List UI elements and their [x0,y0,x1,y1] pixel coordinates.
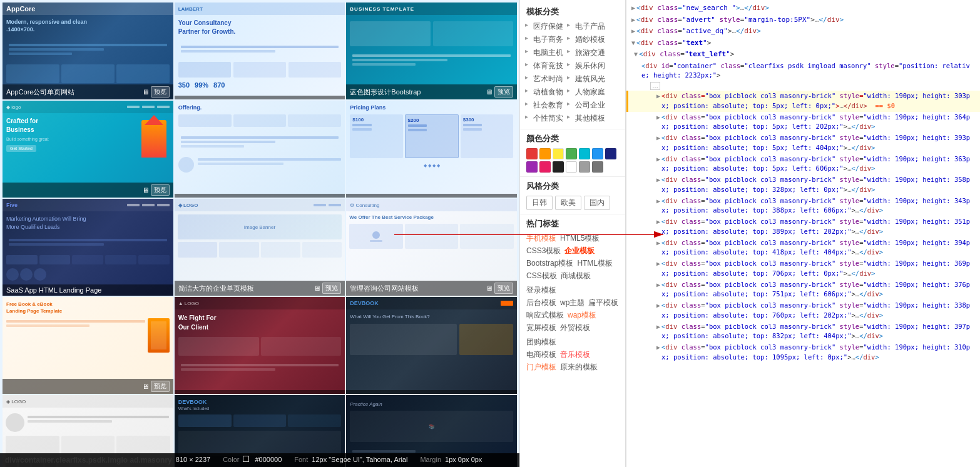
tag-login[interactable]: 登录模板 [526,285,556,296]
swatch-red[interactable] [526,148,538,159]
tag-responsive[interactable]: 响应式模板 [526,310,564,321]
code-line-5[interactable]: ▼ <div class="text_left"> [626,49,980,61]
template-item-2[interactable]: LAMBERT Your ConsultancyPartner for Grow… [175,3,345,99]
template-item-10[interactable]: Free Book & eBookLanding Page Template [3,297,173,394]
style-domestic[interactable]: 国内 [584,196,610,210]
preview-btn-9[interactable]: 预览 [494,283,513,294]
tag-portal[interactable]: 门户模板 [526,362,556,373]
swatch-orange[interactable] [539,148,551,159]
expand-arrow-18[interactable]: ▶ [656,301,660,310]
tag-shop[interactable]: 商城模板 [561,271,591,281]
expand-arrow-13[interactable]: ▶ [656,196,660,206]
swatch-dark-blue[interactable] [605,148,616,159]
code-line-10[interactable]: ▶ <div class="box picblock col3 masonry-… [626,133,980,154]
template-item-4[interactable]: ◆ logo Crafted forBusiness Build somethi… [3,101,173,198]
expand-arrow-9[interactable]: ▶ [656,113,660,122]
cat-sports[interactable]: 体育竞技 [533,61,563,71]
template-item-12[interactable]: DEVBOOK What Will You Get From This Book… [346,297,517,394]
code-line-18[interactable]: ▶ <div class="box picblock col3 masonry-… [626,300,980,321]
expand-arrow-16[interactable]: ▶ [656,259,660,268]
expand-arrow-8[interactable]: ▶ [656,91,660,101]
expand-arrow-20[interactable]: ▶ [656,343,660,352]
expand-arrow-1[interactable]: ▶ [631,3,635,13]
tag-css3[interactable]: CSS3模板 [526,246,561,256]
expand-arrow-2[interactable]: ▶ [631,15,635,24]
code-line-6[interactable]: <div id="container" class="clearfixs psd… [626,61,980,82]
code-line-17[interactable]: ▶ <div class="box picblock col3 masonry-… [626,279,980,301]
tag-ecommer[interactable]: 电商模板 [526,349,556,360]
tag-widescreen[interactable]: 宽屏模板 [526,323,556,333]
code-line-ellipsis[interactable]: … [626,81,980,91]
cat-electronics[interactable]: 电子产品 [575,21,605,32]
cat-entertainment[interactable]: 娱乐休闲 [575,61,605,71]
swatch-blue[interactable] [592,148,603,159]
swatch-gray[interactable] [579,161,590,173]
expand-arrow-15[interactable]: ▶ [656,238,660,248]
code-line-16[interactable]: ▶ <div class="box picblock col3 masonry-… [626,258,980,279]
swatch-yellow[interactable] [553,148,564,159]
cat-art[interactable]: 艺术时尚 [533,74,563,84]
template-item-6[interactable]: Pricing Plans $100 $200 [346,101,517,198]
swatch-green[interactable] [566,148,577,159]
code-line-20[interactable]: ▶ <div class="box picblock col3 masonry-… [626,342,980,363]
template-item-8[interactable]: ◆ LOGO Image Banner [175,199,345,296]
code-line-13[interactable]: ▶ <div class="box picblock col3 masonry-… [626,196,980,217]
cat-other[interactable]: 其他模板 [575,113,605,124]
code-line-3[interactable]: ▶ <div class="active_dq">…</div> [626,26,980,38]
cat-personal[interactable]: 个性简实 [533,113,563,124]
expand-arrow-11[interactable]: ▶ [656,154,660,164]
preview-btn-3[interactable]: 预览 [494,86,513,98]
expand-arrow-17[interactable]: ▶ [656,280,660,289]
tag-html[interactable]: HTML模板 [577,258,613,269]
style-japanese[interactable]: 日韩 [526,196,553,210]
preview-btn-10[interactable]: 预览 [151,381,170,392]
code-line-15[interactable]: ▶ <div class="box picblock col3 masonry-… [626,238,980,259]
code-line-9[interactable]: ▶ <div class="box picblock col3 masonry-… [626,112,980,133]
code-line-8[interactable]: ▶ <div class="box picblock col3 masonry-… [626,91,980,112]
swatch-black[interactable] [553,161,564,173]
template-item-7[interactable]: Five Marketing Automation Will BringMore… [3,199,173,296]
expand-arrow-4[interactable]: ▼ [631,38,635,48]
tag-bootstrap[interactable]: Bootstrap模板 [526,258,573,269]
code-line-14[interactable]: ▶ <div class="box picblock col3 masonry-… [626,216,980,238]
swatch-purple[interactable] [526,161,538,173]
ellipsis-button[interactable]: … [650,82,660,90]
swatch-cyan[interactable] [579,148,590,159]
tag-enterprise[interactable]: 企业模板 [564,246,595,256]
tag-music[interactable]: 音乐模板 [560,349,590,360]
code-line-12[interactable]: ▶ <div class="box picblock col3 masonry-… [626,174,980,196]
tag-flat[interactable]: 扁平模板 [588,298,618,308]
code-line-4[interactable]: ▼ <div class="text"> [626,38,980,49]
swatch-dark-gray[interactable] [592,161,603,173]
template-item-3[interactable]: BUSINESS TEMPLATE [346,3,517,99]
tag-original[interactable]: 原来的模板 [560,362,598,373]
expand-arrow-10[interactable]: ▶ [656,133,660,143]
tag-foreign[interactable]: 外贸模板 [560,323,590,333]
cat-animals[interactable]: 动植食物 [533,87,563,98]
cat-education[interactable]: 社会教育 [533,100,563,111]
code-view[interactable]: ▶ <div class="new_search ">…</div> ▶ <di… [626,0,980,467]
cat-medical[interactable]: 医疗保健 [533,21,563,32]
expand-arrow-14[interactable]: ▶ [656,217,660,226]
code-line-11[interactable]: ▶ <div class="box picblock col3 masonry-… [626,154,980,175]
cat-wedding[interactable]: 婚纱模板 [575,34,605,45]
tag-wap[interactable]: wap模板 [568,310,596,321]
cat-travel[interactable]: 旅游交通 [575,48,605,58]
expand-arrow-19[interactable]: ▶ [656,322,660,331]
tag-wp[interactable]: wp主题 [560,298,584,308]
expand-arrow-12[interactable]: ▶ [656,175,660,184]
template-item-5[interactable]: Offering. [175,101,345,198]
code-line-19[interactable]: ▶ <div class="box picblock col3 masonry-… [626,321,980,343]
preview-btn-8[interactable]: 预览 [322,283,341,294]
preview-btn-1[interactable]: 预览 [151,86,170,98]
expand-arrow-3[interactable]: ▶ [631,26,635,36]
tag-css[interactable]: CSS模板 [526,271,557,281]
cat-computer[interactable]: 电脑主机 [533,48,563,58]
preview-btn-4[interactable]: 预览 [151,184,170,196]
tag-group-buy[interactable]: 团购模板 [526,337,556,348]
code-line-2[interactable]: ▶ <div class="advert" style="margin-top:… [626,14,980,26]
template-item-1[interactable]: AppCore Modern, responsive and clean.140… [3,3,173,99]
style-western[interactable]: 欧美 [555,196,581,210]
template-item-9[interactable]: ⚙ Consulting We Offer The Best Service P… [346,199,517,296]
expand-arrow-5[interactable]: ▼ [634,49,638,59]
